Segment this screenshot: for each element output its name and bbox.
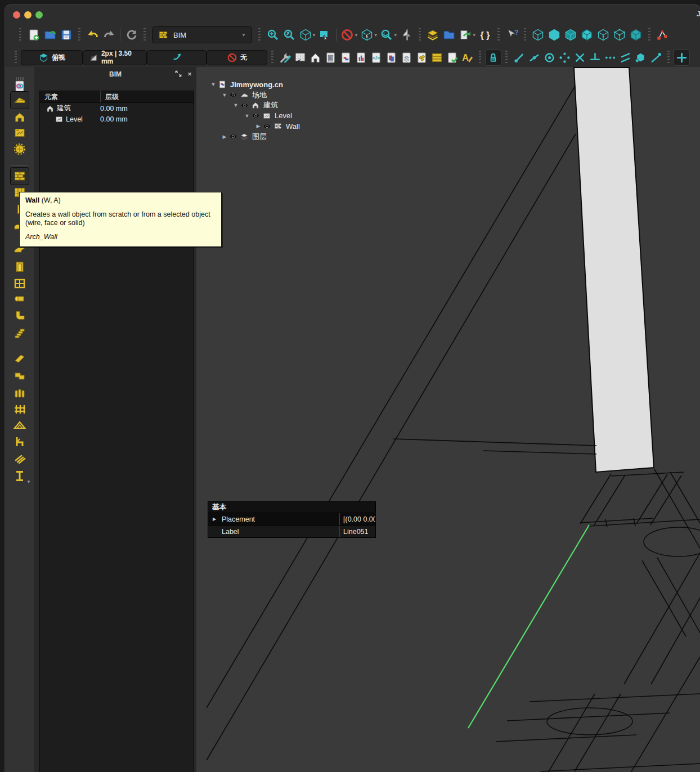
panel-expand-icon[interactable] (174, 69, 183, 78)
snap-parallel-button[interactable] (618, 50, 633, 65)
property-row-label[interactable]: LabelLine051 (208, 526, 375, 537)
toolbar-grip[interactable] (15, 51, 17, 64)
chevron-down-icon[interactable]: ▼ (220, 92, 229, 98)
chevron-right-icon[interactable]: ▶ (220, 134, 229, 140)
snap-midpoint-button[interactable] (527, 50, 542, 65)
snap-lock-button[interactable] (485, 50, 501, 66)
sketch-grid-button[interactable] (293, 50, 308, 65)
eye-icon[interactable] (252, 111, 260, 120)
2px | 3.50 mm-button[interactable]: 2px | 3.50 mm (83, 50, 147, 65)
view-isometric-dropdown-arrow[interactable]: ▼ (312, 33, 316, 38)
tree-item-Wall[interactable]: ▶Wall (209, 121, 300, 132)
doc-pages-button[interactable] (384, 50, 399, 65)
sidebar-tool-level[interactable] (11, 124, 29, 141)
draw-solid-button[interactable] (546, 27, 563, 43)
snap-center-button[interactable] (542, 50, 557, 65)
doc-new-button[interactable] (25, 27, 42, 43)
draw-flatlines-button[interactable] (579, 27, 595, 43)
close-window-button[interactable] (13, 11, 20, 19)
braces-expression-button[interactable]: { } (477, 27, 493, 43)
column-header-level[interactable]: 层级 (101, 92, 194, 102)
sidebar-tool-space[interactable] (11, 141, 29, 158)
draft-arrow-button[interactable] (147, 50, 207, 65)
sidebar-profile-dropdown-arrow[interactable]: ▼ (26, 479, 31, 484)
toolbar-grip[interactable] (505, 51, 508, 64)
box-select-dropdown-arrow[interactable]: ▼ (374, 33, 378, 38)
clipping-plane-dropdown-arrow[interactable]: ▼ (354, 33, 358, 38)
doc-building-button[interactable] (323, 50, 338, 65)
tree-item-Level[interactable]: ▼Level (209, 111, 300, 122)
draw-shaded-button[interactable] (563, 27, 579, 43)
expand-arrow-icon[interactable]: ▶ (213, 517, 216, 522)
annotation-styles-button[interactable]: A (460, 50, 475, 65)
doc-code-button[interactable]: </> (369, 50, 384, 65)
doc-open-button[interactable] (42, 27, 58, 43)
zoom-sync-dropdown-arrow[interactable]: ▼ (393, 33, 398, 38)
clipping-plane-button[interactable] (339, 27, 356, 43)
eye-icon[interactable] (229, 132, 237, 141)
sidebar-tool-pipe[interactable] (11, 290, 29, 307)
properties-group-header[interactable]: 基本 (208, 502, 375, 513)
chevron-right-icon[interactable]: ▶ (254, 123, 263, 129)
sidebar-tool-pipe-connector[interactable] (11, 307, 29, 324)
layers-yellow-button[interactable] (425, 27, 441, 43)
eye-icon[interactable] (229, 91, 237, 99)
tree-item-图层[interactable]: ▶图层 (209, 132, 300, 142)
wireframe-scene[interactable] (196, 67, 700, 772)
sidebar-tool-door[interactable] (11, 258, 29, 275)
utility-tools-button[interactable] (277, 50, 293, 65)
share-export-button[interactable] (457, 27, 474, 43)
toolbar-grip[interactable] (271, 51, 273, 64)
无-button[interactable]: 无 (207, 50, 267, 65)
folder-group-button[interactable] (441, 27, 457, 43)
toolbar-grip[interactable] (648, 28, 650, 42)
sidebar-tool-fence[interactable] (11, 401, 29, 418)
sidebar-tool-window[interactable] (11, 275, 29, 292)
workbench-dropdown-arrow[interactable]: ▼ (241, 33, 246, 38)
doc-balls-button[interactable] (414, 50, 429, 65)
draw-noshading-button[interactable] (628, 27, 644, 43)
view-select-button[interactable] (317, 27, 333, 43)
toolbar-grip[interactable] (479, 51, 481, 64)
chevron-down-icon[interactable]: ▼ (209, 82, 218, 87)
whats-this-button[interactable]: ? (504, 27, 520, 43)
chevron-down-icon[interactable]: ▼ (231, 102, 240, 108)
sidebar-tool-stairs[interactable] (11, 325, 29, 342)
toolbar-grip[interactable] (524, 28, 526, 42)
undo-button[interactable] (84, 27, 101, 43)
tree-item-场地[interactable]: ▼场地 (209, 90, 300, 101)
property-row-placement[interactable]: ▶Placement[(0.00 0.00 1.. (208, 513, 375, 526)
sidebar-tool-roof[interactable] (11, 351, 29, 367)
snap-near-button[interactable] (648, 50, 663, 65)
toolbar-grip[interactable] (497, 28, 500, 42)
zoom-sync-button[interactable] (379, 27, 395, 43)
tree-item-建筑[interactable]: ▼建筑 (209, 100, 300, 111)
sidebar-tool-truss[interactable] (11, 417, 29, 434)
measure-caliper-button[interactable] (398, 27, 415, 43)
snap-endpoint-button[interactable] (511, 50, 527, 65)
snap-special-button[interactable] (557, 50, 572, 65)
box-select-button[interactable] (359, 27, 375, 43)
panel-close-icon[interactable]: × (185, 69, 194, 78)
property-value[interactable]: Line051 (339, 526, 375, 537)
snap-perpendicular-button[interactable] (587, 50, 603, 65)
nodes-edit-button[interactable] (654, 27, 671, 43)
3d-viewport[interactable]: ▼Jimmywong.cn▼场地▼建筑▼Level▶Wall▶图层 基本 ▶Pl… (196, 67, 700, 772)
toolbar-grip[interactable] (419, 28, 421, 42)
project-house-button[interactable] (308, 50, 323, 65)
share-export-dropdown-arrow[interactable]: ▼ (472, 33, 477, 38)
redo-button[interactable] (101, 27, 117, 43)
snap-extension-button[interactable] (603, 50, 618, 65)
zoom-all-button[interactable] (264, 27, 281, 43)
column-header-element[interactable]: 元素 (40, 91, 101, 102)
sidebar-tool-wall[interactable] (10, 167, 29, 185)
snap-plus-button[interactable] (674, 50, 690, 66)
zoom-selection-button[interactable] (281, 27, 297, 43)
eye-icon[interactable] (263, 122, 271, 131)
sidebar-tool-rebar[interactable] (11, 450, 29, 466)
toolbar-grip[interactable] (19, 28, 21, 42)
俯视-button[interactable]: 俯视 (21, 50, 83, 65)
refresh-button[interactable] (123, 27, 140, 43)
draw-wireframe-button[interactable] (530, 27, 546, 43)
doc-layers-button[interactable] (399, 50, 414, 65)
